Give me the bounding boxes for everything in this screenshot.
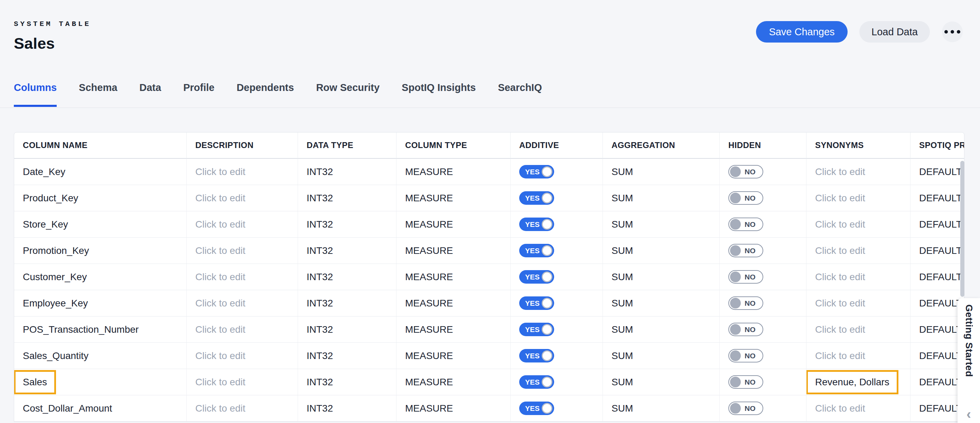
description-cell[interactable]: Click to edit <box>187 343 298 369</box>
synonyms-value: Click to edit <box>815 324 865 335</box>
synonyms-value: Click to edit <box>815 403 865 414</box>
toggle-knob <box>542 193 552 203</box>
data-type-cell: INT32 <box>298 159 396 185</box>
aggregation-cell[interactable]: SUM <box>603 264 720 290</box>
description-cell[interactable]: Click to edit <box>187 264 298 290</box>
toggle-label: YES <box>525 168 539 176</box>
synonyms-cell[interactable]: Click to edit <box>807 316 910 343</box>
aggregation-cell[interactable]: SUM <box>603 316 720 343</box>
description-cell[interactable]: Click to edit <box>187 395 298 421</box>
description-cell[interactable]: Click to edit <box>187 185 298 211</box>
additive-toggle[interactable]: YES <box>519 270 554 284</box>
synonyms-value: Click to edit <box>815 350 865 361</box>
chevron-left-icon[interactable]: ‹ <box>967 407 971 421</box>
additive-toggle[interactable]: YES <box>519 349 554 362</box>
load-data-button[interactable]: Load Data <box>859 21 930 43</box>
hidden-toggle[interactable]: NO <box>729 297 763 310</box>
vertical-scrollbar[interactable] <box>960 161 964 297</box>
columns-table: COLUMN NAMEDESCRIPTIONDATA TYPECOLUMN TY… <box>14 132 964 422</box>
synonyms-cell[interactable]: Click to edit <box>807 159 910 185</box>
getting-started-panel[interactable]: Getting Started ‹ <box>958 298 980 423</box>
aggregation-cell[interactable]: SUM <box>603 395 720 421</box>
hidden-cell: NO <box>720 238 807 264</box>
aggregation-cell[interactable]: SUM <box>603 211 720 238</box>
column-header-synonyms: SYNONYMS <box>807 132 910 159</box>
table-body: Date_KeyClick to editINT32MEASUREYESSUMN… <box>14 159 964 421</box>
synonyms-cell[interactable]: Revenue, Dollars <box>807 369 910 395</box>
hidden-toggle[interactable]: NO <box>729 217 763 231</box>
tab-dependents[interactable]: Dependents <box>237 82 294 107</box>
description-cell[interactable]: Click to edit <box>187 290 298 316</box>
hidden-toggle[interactable]: NO <box>729 244 763 257</box>
column-header-aggregation: AGGREGATION <box>603 132 720 159</box>
aggregation-cell[interactable]: SUM <box>603 159 720 185</box>
additive-toggle[interactable]: YES <box>519 191 554 205</box>
data-type-cell: INT32 <box>298 395 396 421</box>
tabs: ColumnsSchemaDataProfileDependentsRow Se… <box>14 82 542 107</box>
aggregation-cell[interactable]: SUM <box>603 238 720 264</box>
synonyms-cell[interactable]: Click to edit <box>807 264 910 290</box>
synonyms-cell[interactable]: Click to edit <box>807 343 910 369</box>
synonyms-cell[interactable]: Click to edit <box>807 211 910 238</box>
table-row: SalesClick to editINT32MEASUREYESSUMNORe… <box>14 369 964 395</box>
hidden-toggle[interactable]: NO <box>729 270 763 284</box>
toggle-label: NO <box>745 220 756 228</box>
hidden-toggle[interactable]: NO <box>729 375 763 389</box>
toggle-label: NO <box>745 168 756 176</box>
additive-toggle[interactable]: YES <box>519 323 554 336</box>
toggle-knob <box>542 350 552 361</box>
synonyms-cell[interactable]: Click to edit <box>807 238 910 264</box>
toggle-label: NO <box>745 326 756 334</box>
hidden-toggle[interactable]: NO <box>729 349 763 362</box>
description-cell[interactable]: Click to edit <box>187 211 298 238</box>
toggle-knob <box>730 219 741 230</box>
spotiq-preference-cell: DEFAULT <box>910 159 964 185</box>
hidden-toggle[interactable]: NO <box>729 191 763 205</box>
toggle-label: YES <box>525 378 539 386</box>
additive-toggle[interactable]: YES <box>519 402 554 415</box>
description-cell[interactable]: Click to edit <box>187 238 298 264</box>
tab-row-security[interactable]: Row Security <box>316 82 380 107</box>
table-row: POS_Transaction_NumberClick to editINT32… <box>14 316 964 343</box>
hidden-toggle[interactable]: NO <box>729 402 763 415</box>
column-name: Date_Key <box>23 166 65 177</box>
toggle-label: NO <box>745 352 756 360</box>
toggle-knob <box>542 324 552 335</box>
tab-data[interactable]: Data <box>139 82 161 107</box>
additive-toggle[interactable]: YES <box>519 375 554 389</box>
additive-toggle[interactable]: YES <box>519 244 554 257</box>
column-name: Cost_Dollar_Amount <box>23 403 112 414</box>
save-changes-button[interactable]: Save Changes <box>756 21 848 43</box>
column-type-cell: MEASURE <box>396 211 511 238</box>
description-cell[interactable]: Click to edit <box>187 316 298 343</box>
additive-toggle[interactable]: YES <box>519 217 554 231</box>
synonyms-cell[interactable]: Click to edit <box>807 290 910 316</box>
table-row: Store_KeyClick to editINT32MEASUREYESSUM… <box>14 211 964 238</box>
description-cell[interactable]: Click to edit <box>187 369 298 395</box>
synonyms-cell[interactable]: Click to edit <box>807 185 910 211</box>
table-row: Cost_Dollar_AmountClick to editINT32MEAS… <box>14 395 964 421</box>
data-type-cell: INT32 <box>298 264 396 290</box>
aggregation-cell[interactable]: SUM <box>603 290 720 316</box>
tab-searchiq[interactable]: SearchIQ <box>498 82 542 107</box>
tab-spotiq-insights[interactable]: SpotIQ Insights <box>402 82 476 107</box>
hidden-cell: NO <box>720 316 807 343</box>
hidden-toggle[interactable]: NO <box>729 323 763 336</box>
description-cell[interactable]: Click to edit <box>187 159 298 185</box>
tab-schema[interactable]: Schema <box>79 82 117 107</box>
additive-toggle[interactable]: YES <box>519 297 554 310</box>
column-header-name: COLUMN NAME <box>14 132 187 159</box>
additive-toggle[interactable]: YES <box>519 165 554 179</box>
more-options-button[interactable] <box>942 21 963 42</box>
hidden-toggle[interactable]: NO <box>729 165 763 179</box>
aggregation-cell[interactable]: SUM <box>603 369 720 395</box>
toggle-label: NO <box>745 299 756 308</box>
synonyms-cell[interactable]: Click to edit <box>807 395 910 421</box>
additive-cell: YES <box>511 395 603 421</box>
aggregation-cell[interactable]: SUM <box>603 343 720 369</box>
tab-profile[interactable]: Profile <box>183 82 214 107</box>
tab-columns[interactable]: Columns <box>14 82 57 107</box>
aggregation-cell[interactable]: SUM <box>603 185 720 211</box>
column-header-description: DESCRIPTION <box>187 132 298 159</box>
additive-cell: YES <box>511 211 603 238</box>
